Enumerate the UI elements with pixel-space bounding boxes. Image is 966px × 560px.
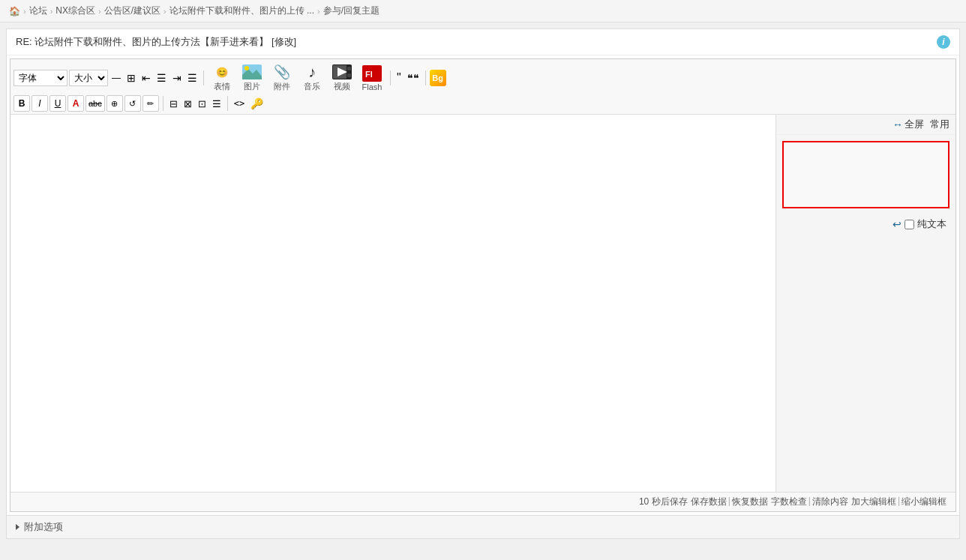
editor-body: ↔ 全屏 常用 ↩ 纯文本 [10,115,956,492]
editor-toolbar: 字体 宋体 黑体 楷体 微软雅黑 大小 10 12 14 16 18 — [10,59,956,115]
emoji-icon: 😊 [212,63,232,81]
emoji-button[interactable]: 😊 表情 [208,61,236,94]
breadcrumb-sep: › [23,7,26,16]
breadcrumb-sep2: › [50,7,53,16]
plaintext-label: 纯文本 [917,217,946,231]
attach-label: 附件 [274,81,290,92]
sep1: | [728,496,730,508]
image-icon [242,63,262,81]
breadcrumb: 🏠 › 论坛 › NX综合区 › 公告区/建议区 › 论坛附件下载和附件、图片的… [0,0,966,22]
attachment-triangle-icon [16,524,20,530]
toolbar-divider5 [227,96,228,111]
copy-quote-button[interactable]: ❝❝ [405,70,422,85]
attachment-label[interactable]: 附加选项 [24,520,63,534]
clear-content-link[interactable]: 清除内容 [812,496,848,508]
toolbar-divider4 [163,96,164,111]
svg-point-2 [244,66,249,70]
attach-icon: 📎 [272,63,292,81]
italic-button[interactable]: I [32,95,48,112]
common-label: 常用 [930,118,950,131]
svg-text:Fl: Fl [365,70,373,79]
highlighted-input-box[interactable] [782,141,950,208]
shrink-editor-link[interactable]: 缩小编辑框 [902,496,946,508]
toolbar-row2: B I U A abc ⊕ ↺ ✏ ⊟ ⊠ ⊡ ☰ <> 🔑 [14,95,952,112]
flash-button[interactable]: Fl Flash [358,63,386,93]
strikethrough-button[interactable]: abc [86,95,105,112]
table-button[interactable]: ⊞ [124,70,138,85]
plaintext-arrow-icon: ↩ [892,218,902,230]
fullscreen-button[interactable]: ↔ 全屏 [892,118,924,131]
toolbar-divider3 [425,70,426,85]
sep5: | [898,496,900,508]
page-title: RE: 论坛附件下载和附件、图片的上传方法【新手进来看】 [修改] [16,35,296,49]
breadcrumb-sep4: › [164,7,166,16]
music-icon: ♪ [302,63,322,81]
subscript-button[interactable]: ↺ [124,95,141,112]
superscript-button[interactable]: ⊕ [106,95,123,112]
save-data-link[interactable]: 保存数据 [691,496,727,508]
editor-right-panel: ↔ 全屏 常用 ↩ 纯文本 [776,115,956,492]
separator-line-button[interactable]: — [110,71,123,85]
toolbar-divider1 [203,70,204,85]
expand-editor-link[interactable]: 加大编辑框 [851,496,896,508]
common-button[interactable]: 常用 [930,118,950,131]
sep3: | [808,496,811,508]
svg-rect-7 [347,73,351,77]
breadcrumb-sep5: › [317,7,320,16]
toolbar-divider2 [390,70,391,85]
home-icon[interactable]: 🏠 [9,6,20,16]
editor-content-area [10,115,776,492]
music-button[interactable]: ♪ 音乐 [298,61,326,94]
breadcrumb-item-nx[interactable]: NX综合区 [56,4,95,17]
image-label: 图片 [244,81,260,92]
image-button[interactable]: 图片 [238,61,266,94]
code-button[interactable]: <> [232,97,247,110]
emoji-label: 表情 [214,81,230,92]
ordered-list-button[interactable]: ⊡ [196,97,208,111]
info-icon[interactable]: i [937,35,950,49]
page-container: RE: 论坛附件下载和附件、图片的上传方法【新手进来看】 [修改] i 字体 宋… [6,28,960,539]
eraser-button[interactable]: ✏ [142,95,159,112]
align-justify-button[interactable]: ☰ [185,70,200,85]
attach-button[interactable]: 📎 附件 [268,61,296,94]
size-select[interactable]: 大小 10 12 14 16 18 [69,70,108,86]
breadcrumb-current: 参与/回复主题 [323,4,380,17]
breadcrumb-sep3: › [98,7,101,16]
attachment-section: 附加选项 [7,515,959,538]
unordered-list-button[interactable]: ☰ [210,97,224,111]
editor-wrapper: 字体 宋体 黑体 楷体 微软雅黑 大小 10 12 14 16 18 — [10,58,956,512]
flash-icon: Fl [362,64,382,82]
bold-button[interactable]: B [14,95,30,112]
video-icon [332,63,352,81]
bg-button[interactable]: Bg [430,70,446,86]
music-label: 音乐 [304,81,320,92]
fullscreen-arrow-icon: ↔ [892,118,903,130]
align-left-button[interactable]: ⇤ [140,70,153,85]
plaintext-checkbox[interactable] [904,220,914,229]
svg-rect-6 [347,67,351,70]
font-color-button[interactable]: A [68,95,84,112]
breadcrumb-item-thread[interactable]: 论坛附件下载和附件、图片的上传 ... [170,4,314,17]
breadcrumb-item-announce[interactable]: 公告区/建议区 [104,4,160,17]
right-panel-top-buttons: ↔ 全屏 常用 [776,115,956,135]
plaintext-row: ↩ 纯文本 [776,214,956,234]
toolbar-row1: 字体 宋体 黑体 楷体 微软雅黑 大小 10 12 14 16 18 — [14,61,952,94]
list-indent-button[interactable]: ⊟ [167,97,180,111]
key-button[interactable]: 🔑 [248,96,266,111]
editor-footer: 10 秒后保存 保存数据 | 恢复数据 字数检查 | 清除内容 加大编辑框 | … [10,492,956,511]
autosave-text: 10 秒后保存 [639,496,688,508]
flash-label: Flash [362,82,382,91]
editor-textarea[interactable] [10,115,776,492]
video-label: 视频 [334,81,350,92]
video-button[interactable]: 视频 [328,61,356,94]
word-count-link[interactable]: 字数检查 [771,496,807,508]
breadcrumb-item-forum[interactable]: 论坛 [29,4,47,17]
restore-data-link[interactable]: 恢复数据 [732,496,768,508]
list-outdent-button[interactable]: ⊠ [182,97,194,111]
font-select[interactable]: 字体 宋体 黑体 楷体 微软雅黑 [14,70,68,86]
align-center-button[interactable]: ☰ [154,70,169,85]
underline-button[interactable]: U [50,95,66,112]
fullscreen-label: 全屏 [904,118,924,131]
align-right-button[interactable]: ⇥ [170,70,184,85]
quote-button[interactable]: " [394,70,404,86]
